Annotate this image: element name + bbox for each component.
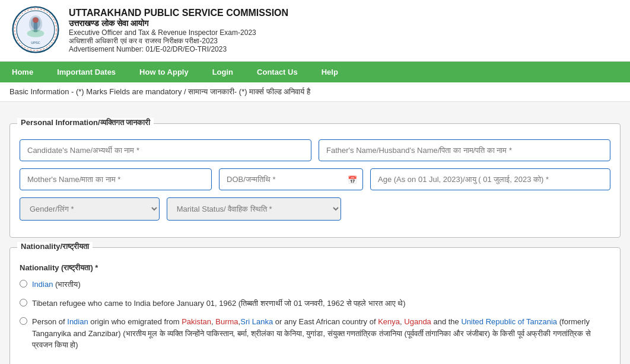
nationality-tibetan-option: Tibetan refugee who came to India before… xyxy=(20,298,610,309)
name-row xyxy=(20,139,610,161)
nationality-pakistan-radio[interactable] xyxy=(20,317,27,325)
indian-origin-link: Indian xyxy=(67,317,88,326)
kenya-link: Kenya xyxy=(378,317,400,326)
nationality-section: Nationality/राष्ट्रीयता Nationality (राष… xyxy=(9,247,621,364)
nationality-pakistan-label[interactable]: Person of Indian origin who emigrated fr… xyxy=(32,316,610,351)
exam-name-hindi: अधिशासी अधिकारी एवं कर व राजस्व निरीक्षक… xyxy=(69,37,288,45)
nav-important-dates[interactable]: Important Dates xyxy=(45,62,128,82)
age-input[interactable] xyxy=(370,168,610,190)
gender-field: Gender/लिंग * Male Female Other xyxy=(20,197,160,221)
nationality-label: Nationality (राष्ट्रीयता) * xyxy=(20,263,610,273)
svg-point-4 xyxy=(33,17,39,23)
mother-name-input[interactable] xyxy=(20,168,212,190)
personal-info-legend: Personal Information/व्यक्तिगत जानकारी xyxy=(17,118,154,127)
nationality-legend: Nationality/राष्ट्रीयता xyxy=(17,242,93,251)
nationality-tibetan-radio[interactable] xyxy=(20,299,27,306)
nationality-indian-radio[interactable] xyxy=(20,280,27,288)
logo: UPSC xyxy=(12,6,59,55)
nav-contact-us[interactable]: Contact Us xyxy=(245,62,310,82)
srilanka-link: Sri Lanka xyxy=(240,317,273,326)
nationality-indian-label[interactable]: Indian (भारतीय) xyxy=(32,279,81,290)
indian-text-english: Indian xyxy=(32,280,53,289)
nationality-indian-option: Indian (भारतीय) xyxy=(20,279,610,290)
logo-emblem: UPSC xyxy=(12,6,59,53)
svg-point-6 xyxy=(27,30,44,37)
exam-name-english: Executive Officer and Tax & Revenue Insp… xyxy=(69,28,288,37)
pakistan-link: Pakistan xyxy=(182,317,211,326)
candidate-name-input[interactable] xyxy=(20,139,311,161)
dob-input[interactable] xyxy=(219,168,363,190)
candidate-name-field xyxy=(20,139,311,161)
gender-select[interactable]: Gender/लिंग * Male Female Other xyxy=(20,197,160,221)
main-content: Personal Information/व्यक्तिगत जानकारी 📅 xyxy=(0,102,630,364)
burma-link: Burma xyxy=(215,317,238,326)
navigation: Home Important Dates How to Apply Login … xyxy=(0,62,630,82)
dob-field: 📅 xyxy=(219,168,363,190)
nav-home[interactable]: Home xyxy=(0,62,45,82)
uganda-link: Uganda xyxy=(404,317,431,326)
marital-status-field: Marital Status/ वैवाहिक स्थिति * Single … xyxy=(167,197,342,221)
father-name-field xyxy=(319,139,610,161)
nav-help[interactable]: Help xyxy=(310,62,350,82)
breadcrumb-text: Basic Information - (*) Marks Fields are… xyxy=(9,87,310,96)
advertisement-number: Advertisement Number: 01/E-02/DR/EO-TRI/… xyxy=(69,45,288,53)
org-name-hindi: उत्तराखण्ड लोक सेवा आयोग xyxy=(69,18,288,28)
breadcrumb: Basic Information - (*) Marks Fields are… xyxy=(0,82,630,102)
dob-row: 📅 xyxy=(20,168,610,190)
header-text: UTTARAKHAND PUBLIC SERVICE COMMISSION उत… xyxy=(69,8,288,53)
org-name-english: UTTARAKHAND PUBLIC SERVICE COMMISSION xyxy=(69,8,288,18)
father-name-input[interactable] xyxy=(319,139,610,161)
marital-status-select[interactable]: Marital Status/ वैवाहिक स्थिति * Single … xyxy=(167,197,342,221)
personal-info-section: Personal Information/व्यक्तिगत जानकारी 📅 xyxy=(9,123,621,238)
nav-how-to-apply[interactable]: How to Apply xyxy=(128,62,201,82)
header: UPSC UTTARAKHAND PUBLIC SERVICE COMMISSI… xyxy=(0,0,630,62)
nationality-pakistan-option: Person of Indian origin who emigrated fr… xyxy=(20,316,610,351)
indian-text-hindi: (भारतीय) xyxy=(55,280,81,289)
nav-login[interactable]: Login xyxy=(201,62,245,82)
age-field xyxy=(370,168,610,190)
svg-text:UPSC: UPSC xyxy=(31,41,40,44)
mother-name-field xyxy=(20,168,212,190)
tanzania-link: United Republic of Tanzania xyxy=(461,317,557,326)
nationality-tibetan-label[interactable]: Tibetan refugee who came to India before… xyxy=(32,298,406,309)
gender-marital-row: Gender/लिंग * Male Female Other Marital … xyxy=(20,197,610,221)
